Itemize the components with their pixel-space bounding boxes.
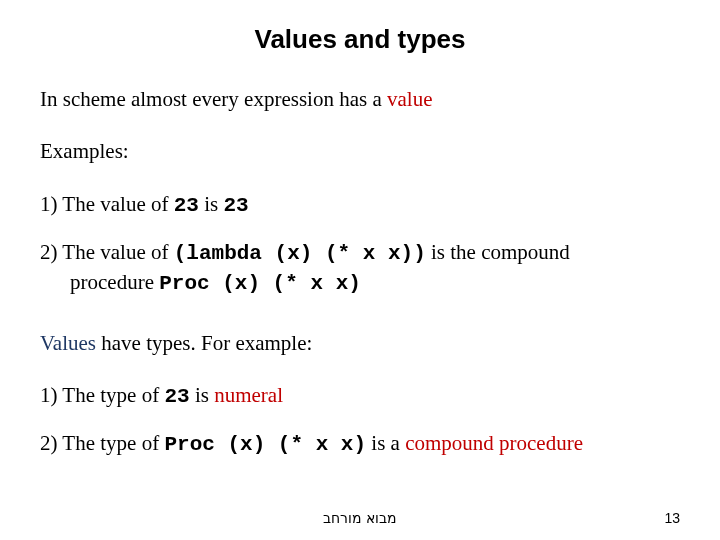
- t2-code: Proc (x) (* x x): [164, 433, 366, 456]
- footer-text: מבוא מורחב: [0, 510, 720, 526]
- type-1: 1) The type of 23 is numeral: [40, 381, 680, 411]
- ex2-line2-prefix: procedure: [40, 270, 159, 294]
- slide-title: Values and types: [40, 24, 680, 55]
- t1-code: 23: [164, 385, 189, 408]
- ex2-code-1: (lambda (x) (* x x)): [174, 242, 426, 265]
- values-rest: have types. For example:: [96, 331, 312, 355]
- ex1-code-2: 23: [223, 194, 248, 217]
- t2-mid: is a: [366, 431, 405, 455]
- ex2-tail-1: is the compound: [426, 240, 570, 264]
- t2-prefix: 2) The type of: [40, 431, 164, 455]
- slide: Values and types In scheme almost every …: [0, 0, 720, 540]
- example-2: 2) The value of (lambda (x) (* x x)) is …: [40, 238, 680, 299]
- intro-line: In scheme almost every expression has a …: [40, 85, 680, 113]
- ex2-code-2: Proc (x) (* x x): [159, 272, 361, 295]
- example-1: 1) The value of 23 is 23: [40, 190, 680, 220]
- t1-type: numeral: [214, 383, 283, 407]
- page-number: 13: [664, 510, 680, 526]
- type-2: 2) The type of Proc (x) (* x x) is a com…: [40, 429, 680, 459]
- values-word: Values: [40, 331, 96, 355]
- intro-text: In scheme almost every expression has a: [40, 87, 387, 111]
- ex1-mid: is: [199, 192, 224, 216]
- ex1-code-1: 23: [174, 194, 199, 217]
- intro-value-word: value: [387, 87, 432, 111]
- ex1-prefix: 1) The value of: [40, 192, 174, 216]
- t1-mid: is: [190, 383, 215, 407]
- t2-type: compound procedure: [405, 431, 583, 455]
- ex2-prefix: 2) The value of: [40, 240, 174, 264]
- values-have-types: Values have types. For example:: [40, 329, 680, 357]
- examples-label: Examples:: [40, 137, 680, 165]
- t1-prefix: 1) The type of: [40, 383, 164, 407]
